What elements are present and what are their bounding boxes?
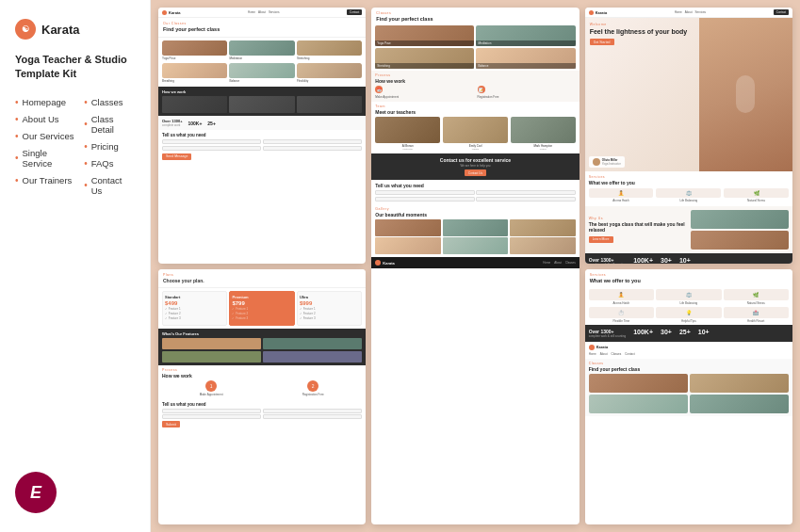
tell-field-1[interactable] <box>162 409 261 413</box>
form-field-1[interactable] <box>162 139 261 144</box>
nav-item-class-detail[interactable]: Class Detail <box>84 114 135 135</box>
c5-stat-100k: 100K+ <box>633 329 653 338</box>
preview-card-right-bottom[interactable]: Services What we offer to you 🧘 Aroma Ha… <box>585 269 792 525</box>
brand-name: Karata <box>41 23 79 37</box>
card4-title: Find your perfect class <box>376 16 574 22</box>
tell-field-4[interactable] <box>263 414 362 419</box>
features-grid-dark <box>162 338 362 363</box>
step-2-icon: 📝 <box>478 86 485 93</box>
card4-tell-section: Tell us what you need <box>371 180 579 204</box>
card4-footer-brand: Karata <box>375 260 394 266</box>
card2-stats: Over 1300+ complete work & still countin… <box>585 253 792 264</box>
tell-field-2[interactable] <box>263 409 362 413</box>
teacher-2: Emily Carl Trainer <box>443 117 508 151</box>
learn-more-btn[interactable]: Learn More <box>589 236 613 243</box>
preview-card-middle[interactable]: Classes Find your perfect class Yoga Pos… <box>371 8 579 524</box>
feature-dark-2 <box>263 338 362 349</box>
nav-columns: Homepage About Us Our Services Single Se… <box>15 97 135 196</box>
feature-1: 🧘 Aroma Hatch <box>589 188 654 202</box>
card2-offer: Services What we offer to you 🧘 Aroma Ha… <box>585 171 792 206</box>
nav-col-2: Classes Class Detail Pricing FAQs Contac… <box>84 97 135 196</box>
hero-image <box>699 18 792 171</box>
best-class-title: The best yoga class that will make you f… <box>589 221 687 234</box>
nav-item-services[interactable]: Our Services <box>15 131 74 141</box>
moment-5 <box>443 237 509 254</box>
c5-logo-text: Karata <box>596 345 608 349</box>
nav-item-single[interactable]: Single Service <box>15 148 74 169</box>
moment-3 <box>510 219 576 236</box>
step-1: 1 Make Appointment <box>162 380 260 396</box>
card4-footer-dot <box>375 260 381 266</box>
card2-hero: Welcome Feel the lightness of your body … <box>585 18 792 171</box>
card4-field-2[interactable] <box>476 190 575 195</box>
dark-thumb-1 <box>162 96 227 113</box>
brand-row: ☯ Karata <box>15 19 135 40</box>
card4-field-4[interactable] <box>476 197 575 202</box>
submit-button[interactable]: Send Message <box>162 153 191 160</box>
banner-btn[interactable]: Contact Us <box>465 169 486 176</box>
stat-10: 10+ <box>679 257 691 264</box>
elementor-badge: E <box>15 472 57 513</box>
content-area: Karata Home About Services Contact Our C… <box>151 0 800 532</box>
form-field-3[interactable] <box>162 146 261 151</box>
card2-brand-dot <box>589 10 594 15</box>
howwork-steps: 1 Make Appointment 2 Registration Free <box>162 380 362 396</box>
tell-field-3[interactable] <box>162 414 261 419</box>
tell-submit[interactable]: Submit <box>162 421 180 427</box>
preview-card-classes[interactable]: Karata Home About Services Contact Our C… <box>158 8 366 264</box>
card3-dark-section: What's Our Features <box>158 329 366 365</box>
step-2: 2 Registration Free <box>264 380 362 396</box>
card4-field-1[interactable] <box>375 190 474 195</box>
card4-footer-nav: Home About Classes <box>543 261 576 265</box>
nav-item-contact[interactable]: Contact Us <box>84 175 135 196</box>
main-container: ☯ Karata Yoga Teacher & Studio Template … <box>0 0 800 532</box>
dark-thumb-2 <box>229 96 294 113</box>
stat-30: 30+ <box>661 257 672 264</box>
card2-hero-text: Feel the lightness of your body <box>590 27 699 36</box>
step-1-icon: 📅 <box>375 86 383 93</box>
card4-inner: Classes Find your perfect class Yoga Pos… <box>371 8 579 524</box>
feature-dark-4 <box>263 351 362 363</box>
form-field-4[interactable] <box>263 146 362 151</box>
finder-title: Find your perfect class <box>589 366 789 372</box>
nav-item-classes[interactable]: Classes <box>84 97 135 107</box>
nav-item-faqs[interactable]: FAQs <box>84 158 135 169</box>
teacher-3: Mark Hampton Coach <box>511 117 576 151</box>
card5-finder: Classes Find your perfect class <box>585 359 792 416</box>
card3-howwork: Process How we work 1 Make Appointment 2… <box>158 365 366 399</box>
card2-brand: Karata <box>589 10 607 15</box>
c5-logo-dot <box>589 345 595 350</box>
class-thumb-4: Breathing <box>162 63 227 84</box>
tell-title: Tell us what you need <box>162 402 362 407</box>
nav-item-about[interactable]: About Us <box>15 114 74 124</box>
c4-class-2: Meditation <box>476 25 575 46</box>
preview-card-hero[interactable]: Karata Home About Services Contact Welco… <box>585 8 792 264</box>
card4-field-3[interactable] <box>375 197 474 202</box>
card1-title: Find your perfect class <box>163 26 361 32</box>
step-1: 📅 Make Appointment <box>375 86 473 99</box>
class-thumb-6: Flexibility <box>297 63 362 84</box>
tell-form <box>162 409 362 420</box>
card5-footer: Karata Home About Classes Contact <box>585 342 792 359</box>
plan-premium: Premium $799 ✓ Feature 1✓ Feature 2✓ Fea… <box>229 291 294 326</box>
nav-item-trainers[interactable]: Our Trainers <box>15 175 74 185</box>
card1-brand: Karata <box>162 10 180 15</box>
card2-cta[interactable]: Get Started <box>590 39 614 45</box>
nav-item-pricing[interactable]: Pricing <box>84 141 135 152</box>
class-thumb-1: Yoga Pose <box>162 40 227 61</box>
card1-dark-title: How we work <box>162 89 362 94</box>
preview-card-pricing[interactable]: Plans Choose your plan. Standart $499 ✓ … <box>158 269 366 525</box>
stat-100k: 100K+ <box>633 257 653 264</box>
features-header: What's Our Features <box>162 331 362 336</box>
brand-icon: ☯ <box>15 19 36 40</box>
banner-title: Contact us for excellent service <box>375 157 575 163</box>
card3-header: Plans Choose your plan. <box>158 269 366 288</box>
offer-4: ⏱️ Flexible Time <box>589 307 654 323</box>
nav-item-homepage[interactable]: Homepage <box>15 97 74 107</box>
elementor-letter: E <box>30 483 41 503</box>
teachers-title: Meet our teachers <box>375 109 575 115</box>
card5-offer-grid: 🧘 Aroma Hatch ⚖️ Life Balancing 🌿 Natura… <box>585 287 792 325</box>
stat-1300: Over 1300+ complete work & still countin… <box>589 257 627 264</box>
finder-grid <box>589 374 789 413</box>
form-field-2[interactable] <box>263 139 362 144</box>
